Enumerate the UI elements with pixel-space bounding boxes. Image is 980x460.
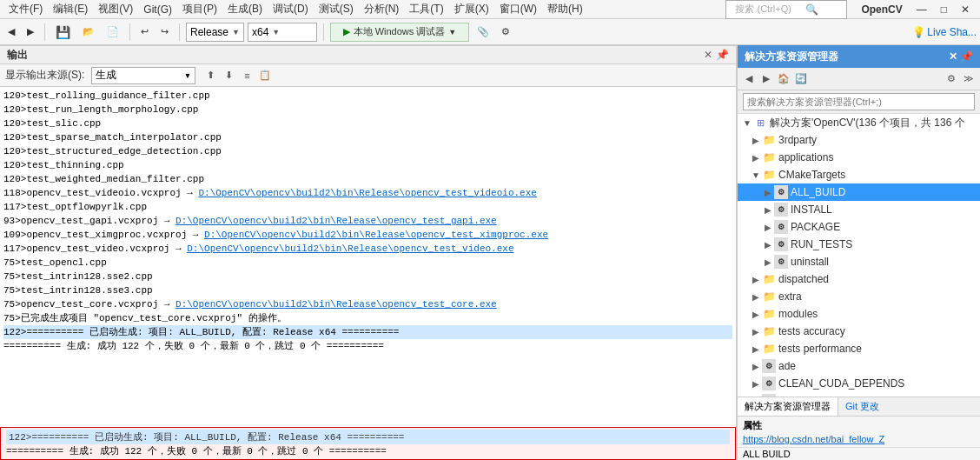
- explorer-search-bar: [738, 90, 980, 114]
- menu-git[interactable]: Git(G): [138, 2, 177, 17]
- explorer-sync-icon[interactable]: 🔄: [793, 71, 809, 87]
- tree-item-modules[interactable]: ▶ 📁 modules: [738, 305, 980, 323]
- platform-dropdown[interactable]: x64 ▼: [248, 23, 317, 42]
- properties-label: 属性: [743, 419, 975, 432]
- solution-tree: ▼ ⊞ 解决方案'OpenCV'(136 个项目，共 136 个 ▶ 📁 3rd…: [738, 114, 980, 397]
- menu-file[interactable]: 文件(F): [3, 0, 48, 18]
- tree-item-dispatched[interactable]: ▶ 📁 dispatched: [738, 270, 980, 288]
- menu-test[interactable]: 测试(S): [314, 0, 359, 18]
- menu-edit[interactable]: 编辑(E): [48, 0, 93, 18]
- live-share-button[interactable]: 💡 Live Sha...: [912, 26, 977, 38]
- tree-item-label: applications: [778, 151, 833, 163]
- menu-help[interactable]: 帮助(H): [542, 0, 588, 18]
- explorer-close-icon[interactable]: ✕: [949, 50, 957, 63]
- output-file-link[interactable]: D:\OpenCV\opencv\build2\bin\Release\open…: [204, 230, 548, 240]
- output-file-link[interactable]: D:\OpenCV\opencv\build2\bin\Release\open…: [175, 299, 497, 310]
- output-icon-4[interactable]: 📋: [257, 68, 273, 83]
- search-placeholder: 搜索 (Ctrl+Q): [730, 1, 796, 17]
- output-file-link[interactable]: D:\OpenCV\opencv\build2\bin\Release\open…: [187, 243, 513, 254]
- global-search-box[interactable]: 搜索 (Ctrl+Q) 🔍: [725, 0, 847, 19]
- configuration-dropdown[interactable]: Release ▼: [186, 23, 244, 42]
- tree-item-tests_accuracy[interactable]: ▶ 📁 tests accuracy: [738, 323, 980, 340]
- forward-button[interactable]: ▶: [23, 23, 38, 42]
- window-title: OpenCV: [854, 3, 909, 16]
- output-pin-icon[interactable]: 📌: [716, 49, 729, 61]
- output-file-link[interactable]: D:\OpenCV\opencv\build2\bin\Release\open…: [175, 216, 497, 226]
- main-area: 输出 ✕ 📌 显示输出来源(S): 生成 ▼ ⬆ ⬇ ≡ 📋 120>test_…: [0, 45, 980, 460]
- git-changes-tab[interactable]: Git 更改: [838, 397, 886, 416]
- explorer-search-input[interactable]: [743, 93, 975, 110]
- explorer-settings-icon[interactable]: ⚙: [944, 71, 959, 87]
- attach-button[interactable]: 📎: [473, 23, 493, 42]
- tools-button[interactable]: ⚙: [497, 23, 514, 42]
- tree-item-ALL_BUILD[interactable]: ▶ ⚙ ALL_BUILD: [738, 183, 980, 201]
- tree-item-3rdparty[interactable]: ▶ 📁 3rdparty: [738, 131, 980, 149]
- root-label: 解决方案'OpenCV'(136 个项目，共 136 个: [770, 116, 965, 130]
- tree-item-ade[interactable]: ▶ ⚙ ade: [738, 357, 980, 375]
- close-btn[interactable]: ✕: [954, 3, 977, 16]
- bottom-tabs: 解决方案资源管理器 Git 更改: [738, 397, 980, 416]
- menu-debug[interactable]: 调试(D): [268, 0, 314, 18]
- output-toolbar: 显示输出来源(S): 生成 ▼ ⬆ ⬇ ≡ 📋: [0, 64, 736, 87]
- output-close-icon[interactable]: ✕: [704, 49, 712, 61]
- tree-item-extra[interactable]: ▶ 📁 extra: [738, 288, 980, 305]
- separator-3: [179, 23, 180, 41]
- tree-item-label: ade: [778, 360, 796, 372]
- menu-project[interactable]: 项目(P): [177, 0, 222, 18]
- folder-icon: 📁: [762, 342, 776, 356]
- tree-item-CMakeTargets[interactable]: ▼ 📁 CMakeTargets: [738, 166, 980, 183]
- menu-view[interactable]: 视图(V): [93, 0, 138, 18]
- menu-extensions[interactable]: 扩展(X): [449, 0, 494, 18]
- output-icon-2[interactable]: ⬇: [221, 68, 236, 83]
- redo-button[interactable]: ↪: [156, 23, 173, 42]
- menu-analyze[interactable]: 分析(N): [359, 0, 405, 18]
- menu-window[interactable]: 窗口(W): [494, 0, 542, 18]
- output-line: 75>test_opencl.cpp: [3, 256, 732, 270]
- output-content[interactable]: 120>test_rolling_guidance_filter.cpp120>…: [0, 87, 736, 427]
- tree-item-label: 3rdparty: [778, 134, 817, 146]
- run-button[interactable]: ▶ 本地 Windows 调试器 ▼: [330, 23, 469, 42]
- tree-item-label: tests performance: [778, 343, 862, 355]
- output-line: ========== 生成: 成功 122 个，失败 0 个，最新 0 个，跳过…: [3, 339, 732, 353]
- minimize-btn[interactable]: —: [910, 3, 934, 16]
- properties-section: 属性 https://blog.csdn.net/bai_fellow_Z: [738, 416, 980, 447]
- output-line: 75>已完成生成项目 "opencv_test_core.vcxproj" 的操…: [3, 311, 732, 325]
- output-file-link[interactable]: D:\OpenCV\opencv\build2\bin\Release\open…: [198, 188, 536, 198]
- output-line: 117>opencv_test_video.vcxproj → D:\OpenC…: [3, 242, 732, 256]
- output-source-value: 生成: [96, 68, 116, 83]
- file-button[interactable]: 📄: [103, 23, 123, 42]
- source-dropdown-arrow: ▼: [183, 71, 191, 80]
- output-icon-3[interactable]: ≡: [239, 68, 255, 83]
- maximize-btn[interactable]: □: [934, 3, 954, 16]
- expand-icon: ▶: [750, 327, 762, 337]
- tree-item-CLEAN_CUDA_DEPENDS[interactable]: ▶ ⚙ CLEAN_CUDA_DEPENDS: [738, 375, 980, 392]
- tree-item-uninstall[interactable]: ▶ ⚙ uninstall: [738, 253, 980, 270]
- expand-icon: ▶: [750, 379, 762, 389]
- expand-icon: ▶: [750, 136, 762, 145]
- explorer-home-icon[interactable]: 🏠: [776, 71, 791, 87]
- output-source-dropdown[interactable]: 生成 ▼: [91, 67, 195, 84]
- explorer-forward-icon[interactable]: ▶: [758, 71, 774, 87]
- back-button[interactable]: ◀: [3, 23, 19, 42]
- explorer-more-icon[interactable]: ≫: [961, 71, 977, 87]
- menu-build[interactable]: 生成(B): [222, 0, 268, 18]
- expand-icon: ▶: [750, 310, 762, 319]
- solution-explorer-tab[interactable]: 解决方案资源管理器: [738, 397, 838, 416]
- tree-item-applications[interactable]: ▶ 📁 applications: [738, 149, 980, 166]
- output-icon-1[interactable]: ⬆: [202, 68, 218, 83]
- tree-root[interactable]: ▼ ⊞ 解决方案'OpenCV'(136 个项目，共 136 个: [738, 114, 980, 131]
- status-bar: 122>========== 已启动生成: 项目: ALL_BUILD, 配置:…: [0, 427, 736, 460]
- tree-item-PACKAGE[interactable]: ▶ ⚙ PACKAGE: [738, 218, 980, 236]
- open-button[interactable]: 📂: [78, 23, 99, 42]
- properties-link[interactable]: https://blog.csdn.net/bai_fellow_Z: [743, 434, 975, 444]
- explorer-pin-icon[interactable]: 📌: [960, 50, 973, 63]
- explorer-back-icon[interactable]: ◀: [741, 71, 757, 87]
- undo-button[interactable]: ↩: [136, 23, 153, 42]
- tree-item-tests_performance[interactable]: ▶ 📁 tests performance: [738, 340, 980, 357]
- menu-tools[interactable]: 工具(T): [404, 0, 448, 18]
- expand-icon: ▶: [750, 275, 762, 284]
- tree-item-INSTALL[interactable]: ▶ ⚙ INSTALL: [738, 201, 980, 218]
- tree-item-label: uninstall: [791, 256, 829, 268]
- tree-item-RUN_TESTS[interactable]: ▶ ⚙ RUN_TESTS: [738, 236, 980, 253]
- save-button[interactable]: 💾: [51, 23, 75, 42]
